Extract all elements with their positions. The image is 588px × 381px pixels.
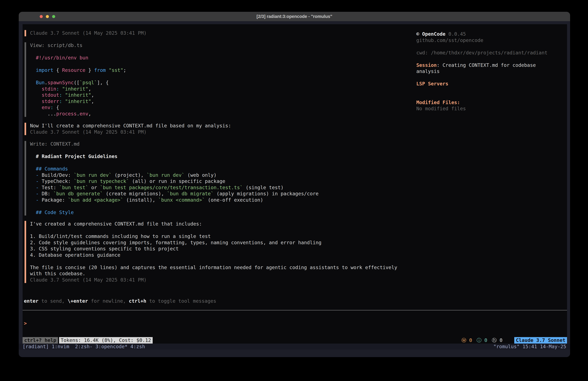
tmux-status-line: [radiant] 1:nvim 2:zsh- 3:opencode* 4:zs… (19, 344, 570, 350)
text-line: - Test: `bun test` or `bun test packages… (30, 184, 318, 191)
text-line: Session: Creating CONTEXT.md for codebas… (416, 62, 567, 68)
text-line (416, 56, 567, 62)
text-line: enter to send, \+enter for newline, ctrl… (24, 298, 216, 304)
text-line: cwd: /home/thdxr/dev/projects/radiant/ra… (416, 50, 567, 56)
text-line: © OpenCode 0.0.45 (416, 31, 567, 37)
terminal-window: [2/3] radiant:3:opencode - "romulus" Cla… (19, 12, 570, 357)
input-divider (22, 310, 567, 311)
model-badge: Claude 3.7 Sonnet (514, 337, 567, 344)
text-line (30, 227, 397, 233)
tool-accent-bar (24, 42, 26, 117)
text-line: 3. CSS styling conventions specific to t… (30, 246, 397, 252)
text-line: stdin: "inherit", (30, 86, 126, 92)
text-line: Claude 3.7 Sonnet (14 May 2025 03:41 PM) (30, 129, 231, 135)
text-line: analysis (416, 68, 567, 75)
text-line: ## Commands (30, 166, 318, 172)
text-line (30, 147, 318, 154)
tmux-session-clock: "romulus" 15:41 14-May-25 (493, 344, 566, 350)
warning-count: 0 (469, 337, 472, 343)
help-hint-badge: ctrl+? help (22, 337, 58, 344)
message-accent-bar (24, 123, 26, 135)
text-line: The file is concise (20 lines) and captu… (30, 265, 397, 271)
text-line: Modified Files: (416, 99, 567, 106)
text-line: Claude 3.7 Sonnet (14 May 2025 03:41 PM) (30, 277, 397, 283)
text-line: ...process.env, (30, 111, 126, 117)
assistant-message-header-block: Claude 3.7 Sonnet (14 May 2025 03:41 PM) (22, 30, 147, 36)
info-icon: ⓘ (477, 337, 482, 343)
text-line: I've created a comprehensive CONTEXT.md … (30, 221, 397, 227)
keybind-hints: enter to send, \+enter for newline, ctrl… (24, 298, 216, 304)
text-line: Now I'll create a comprehensive CONTEXT.… (30, 123, 231, 129)
window-title: [2/3] radiant:3:opencode - "romulus" (19, 12, 570, 21)
text-line: - TypeCheck: `bun run typecheck` (all) o… (30, 178, 318, 184)
tool-accent-bar (24, 141, 26, 216)
assistant-summary-block: I've created a comprehensive CONTEXT.md … (22, 221, 397, 283)
text-line (30, 258, 397, 265)
text-line: stderr: "inherit", (30, 98, 126, 105)
tmux-window-list[interactable]: [radiant] 1:nvim 2:zsh- 3:opencode* 4:zs… (22, 344, 145, 350)
hint-icon: ⓗ (492, 337, 497, 343)
info-count: 0 (484, 337, 487, 343)
text-line: LSP Servers (416, 81, 567, 87)
text-line: github.com/sst/opencode (416, 37, 567, 44)
text-line (30, 73, 126, 80)
text-line (30, 61, 126, 67)
text-line (30, 49, 126, 55)
tokens-cost-badge: Tokens: 16.4K (8%), Cost: $0.12 (59, 337, 153, 344)
text-line: 2. Code style guidelines covering import… (30, 240, 397, 246)
text-line (416, 44, 567, 50)
tool-view-block: View: script/db.ts #!/usr/bin/env bun im… (22, 42, 126, 117)
session-sidebar: © OpenCode 0.0.45github.com/sst/opencode… (416, 31, 567, 112)
text-line: Claude 3.7 Sonnet (14 May 2025 03:41 PM) (30, 30, 147, 36)
text-line (416, 93, 567, 99)
text-line: 4. Database operations guidance (30, 252, 397, 258)
text-line: env: { (30, 104, 126, 111)
message-accent-bar (24, 30, 26, 36)
assistant-message-block: Now I'll create a comprehensive CONTEXT.… (22, 123, 231, 135)
hint-count: 0 (500, 337, 503, 343)
status-bar: ctrl+? help Tokens: 16.4K (8%), Cost: $0… (22, 337, 567, 344)
text-line: No modified files (416, 106, 567, 112)
text-line: - Build/Dev: `bun run dev` (project), `b… (30, 172, 318, 179)
text-line: Bun.spawnSync([`psql`], { (30, 80, 126, 86)
opencode-tui-panel: Claude 3.7 Sonnet (14 May 2025 03:41 PM)… (22, 24, 567, 344)
text-line: - Package: `bun add <package>` (install)… (30, 197, 318, 203)
text-line (416, 87, 567, 93)
text-line: View: script/db.ts (30, 42, 126, 49)
text-line: import { Resource } from "sst"; (30, 67, 126, 73)
text-line (416, 75, 567, 81)
text-line: stdout: "inherit", (30, 92, 126, 98)
text-line: # Radiant Project Guidelines (30, 153, 318, 160)
warning-icon: ⓦ (462, 337, 466, 343)
text-line: ## Code Style (30, 209, 318, 216)
text-line: Write: CONTEXT.md (30, 141, 318, 147)
text-line: #!/usr/bin/env bun (30, 55, 126, 61)
text-line (30, 203, 318, 209)
diagnostics-counters: ⓦ 0ⓘ 0ⓗ 0 (462, 337, 503, 344)
text-line: 1. Build/lint/test commands including ho… (30, 233, 397, 240)
prompt-caret: > (24, 320, 27, 326)
text-line (30, 160, 318, 166)
message-accent-bar (24, 221, 26, 283)
tool-write-block: Write: CONTEXT.md # Radiant Project Guid… (22, 141, 318, 216)
window-titlebar: [2/3] radiant:3:opencode - "romulus" (19, 12, 570, 21)
text-line: - DB: `bun db generate` (create migratio… (30, 191, 318, 197)
prompt-input[interactable]: > (24, 320, 27, 327)
text-line: with this codebase. (30, 270, 397, 277)
